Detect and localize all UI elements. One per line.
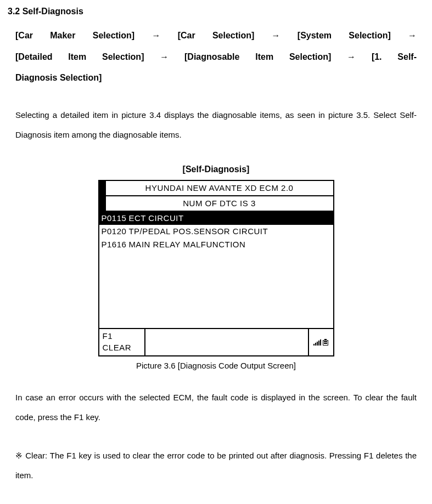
dtc-code: P0120 — [102, 225, 127, 237]
section-heading: 3.2 Self-Diagnosis — [8, 5, 424, 18]
breadcrumb-line-1: [Car Maker Selection] → [Car Selection] … — [15, 25, 417, 46]
dtc-code: P0115 — [102, 212, 127, 224]
dtc-empty-area — [99, 251, 333, 328]
status-icons — [308, 329, 333, 355]
device-sidebar-sub — [99, 196, 106, 212]
dtc-desc: ECT CIRCUIT — [128, 212, 330, 224]
device-body: P0115 ECT CIRCUIT P0120 TP/PEDAL POS.SEN… — [99, 212, 333, 328]
softkey-f1-clear[interactable]: F1 CLEAR — [99, 329, 145, 355]
dtc-code: P1616 — [102, 239, 127, 250]
breadcrumb-line-2: [Detailed Item Selection] → [Diagnosable… — [15, 47, 417, 67]
dtc-desc: TP/PEDAL POS.SENSOR CIRCUIT — [128, 225, 330, 237]
signal-icon — [313, 339, 321, 346]
breadcrumb-line-3: Diagnosis Selection] — [15, 67, 417, 88]
device-frame: HYUNDAI NEW AVANTE XD ECM 2.0 NUM OF DTC… — [98, 180, 334, 356]
footer-spacer — [145, 329, 308, 355]
device-subheader-row: NUM OF DTC IS 3 — [99, 196, 333, 212]
dtc-row[interactable]: P1616 MAIN RELAY MALFUNCTION — [99, 238, 333, 251]
figure-title: [Self-Diagnosis] — [8, 163, 424, 175]
dtc-desc: MAIN RELAY MALFUNCTION — [128, 239, 330, 250]
clear-note: ※ Clear: The F1 key is used to clear the… — [15, 446, 417, 485]
device-header-row: HYUNDAI NEW AVANTE XD ECM 2.0 — [99, 181, 333, 196]
dtc-row[interactable]: P0115 ECT CIRCUIT — [99, 212, 333, 225]
device-subheader: NUM OF DTC IS 3 — [106, 196, 333, 212]
intro-paragraph: Selecting a detailed item in picture 3.4… — [15, 105, 417, 145]
device-footer: F1 CLEAR — [99, 328, 333, 355]
figure-caption: Picture 3.6 [Diagnosis Code Output Scree… — [8, 360, 424, 371]
device-header: HYUNDAI NEW AVANTE XD ECM 2.0 — [106, 181, 333, 196]
device-screenshot: HYUNDAI NEW AVANTE XD ECM 2.0 NUM OF DTC… — [8, 180, 424, 356]
battery-icon — [323, 339, 328, 346]
post-paragraph: In case an error occurs with the selecte… — [15, 388, 417, 427]
dtc-row[interactable]: P0120 TP/PEDAL POS.SENSOR CIRCUIT — [99, 225, 333, 238]
device-sidebar-top — [99, 181, 106, 196]
